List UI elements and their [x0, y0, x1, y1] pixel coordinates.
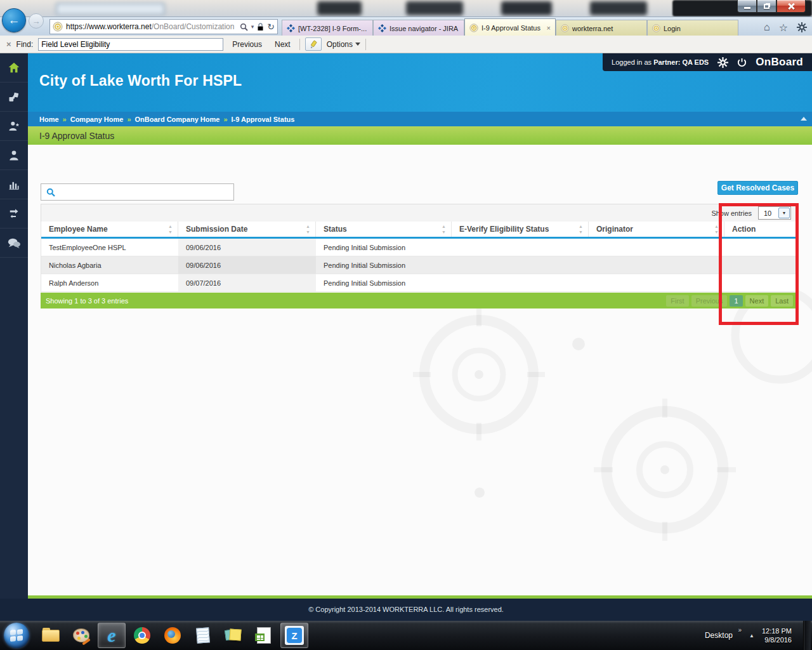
sort-icon[interactable]: ▲▼ — [442, 223, 446, 235]
column-header-submission-date[interactable]: Submission Date ▲▼ — [178, 222, 316, 237]
person-star-icon — [8, 120, 20, 133]
clock-time: 12:18 PM — [762, 627, 792, 635]
highlighter-icon — [309, 40, 318, 49]
table-cell: Ralph Anderson — [41, 274, 178, 291]
sidebar-item-employees[interactable] — [0, 141, 28, 170]
tab-workterra-net[interactable]: workterra.net — [556, 20, 647, 36]
refresh-icon[interactable]: ↻ — [267, 22, 275, 32]
sort-icon[interactable]: ▲▼ — [306, 223, 310, 235]
table-cell: Nicholas Agbaria — [41, 256, 178, 274]
background-blob — [317, 1, 362, 15]
taskbar-chrome[interactable] — [128, 623, 156, 648]
tab-i9-approval-status[interactable]: I-9 Approval Status × — [464, 18, 556, 36]
pagination-first-button[interactable]: First — [666, 295, 688, 307]
desktop-toolbar[interactable]: Desktop » — [705, 631, 742, 640]
search-dropdown-icon[interactable]: ▾ — [251, 23, 254, 30]
back-arrow-icon: ← — [8, 13, 20, 27]
jira-favicon — [287, 24, 295, 32]
taskbar-sticky-notes[interactable] — [219, 623, 247, 648]
tab-wt-2328[interactable]: [WT-2328] I-9 Form-... — [282, 20, 373, 36]
overflow-chevron-icon[interactable]: » — [738, 627, 742, 633]
taskbar-firefox[interactable] — [159, 623, 187, 648]
logged-in-text: Logged in as Partner: QA EDS — [612, 58, 709, 66]
pagination-bar: Showing 1 to 3 of 3 entries First Previo… — [41, 293, 798, 308]
tools-gear-icon[interactable] — [797, 22, 807, 32]
find-input[interactable] — [38, 38, 223, 51]
close-icon — [787, 3, 795, 10]
breadcrumb-separator-icon: » — [127, 116, 131, 123]
find-close-icon[interactable]: × — [6, 39, 11, 49]
taskbar-z-app[interactable]: Z — [280, 623, 308, 648]
app-header: City of Lake Worth For HSPL Logged in as… — [28, 53, 812, 112]
home-icon[interactable]: ⌂ — [764, 22, 770, 33]
tab-issue-navigator[interactable]: Issue navigator - JIRA — [373, 20, 464, 36]
table-search-input[interactable] — [59, 186, 233, 199]
taskbar-paint[interactable] — [67, 623, 95, 648]
sort-icon[interactable]: ▲▼ — [579, 223, 583, 235]
table-cell: TestEmployeeOne HSPL — [41, 239, 178, 256]
column-header-originator[interactable]: Originator ▲▼ — [589, 222, 724, 237]
minimize-button[interactable] — [737, 0, 757, 13]
sort-icon[interactable]: ▲▼ — [168, 223, 173, 235]
find-previous-button[interactable]: Previous — [228, 39, 266, 50]
taskbar-internet-explorer[interactable]: e — [98, 623, 126, 648]
tab-label: workterra.net — [572, 25, 642, 32]
sort-icon[interactable]: ▲▼ — [714, 223, 719, 235]
get-resolved-cases-button[interactable]: Get Resolved Cases — [717, 181, 798, 195]
tab-strip: [WT-2328] I-9 Form-... Issue navigator -… — [282, 18, 738, 36]
workterra-favicon — [53, 22, 63, 32]
table-row[interactable]: Ralph Anderson 09/07/2016 Pending Initia… — [41, 274, 797, 292]
table-toolbar: Show entries 10 ▾ — [41, 204, 798, 222]
favorites-star-icon[interactable]: ☆ — [779, 22, 788, 34]
show-desktop-button[interactable] — [803, 621, 811, 650]
onboard-logo: OnBoard — [756, 56, 803, 69]
tab-close-icon[interactable]: × — [546, 24, 551, 32]
highlight-all-button[interactable] — [305, 37, 322, 51]
table-row[interactable]: TestEmployeeOne HSPL 09/06/2016 Pending … — [41, 239, 797, 256]
sidebar-item-reports[interactable] — [0, 170, 28, 199]
start-button[interactable] — [4, 623, 29, 648]
search-icon[interactable] — [240, 23, 248, 31]
taskbar-clock[interactable]: 12:18 PM 9/8/2016 — [762, 627, 796, 644]
table-search-box[interactable] — [41, 183, 234, 201]
breadcrumb-company-home[interactable]: Company Home — [70, 116, 124, 123]
address-bar[interactable]: https://www.workterra.net /OnBoard/Custo… — [49, 19, 278, 34]
sidebar-item-home[interactable] — [0, 53, 28, 83]
home-icon — [7, 61, 21, 75]
find-next-button[interactable]: Next — [271, 39, 294, 50]
sidebar-item-employee-admin[interactable] — [0, 112, 28, 141]
breadcrumb-onboard-company-home[interactable]: OnBoard Company Home — [135, 116, 220, 123]
logout-power-icon[interactable] — [737, 58, 747, 67]
taskbar-file-explorer[interactable] — [37, 623, 65, 648]
taskbar-notepad[interactable] — [189, 623, 217, 648]
back-button[interactable]: ← — [2, 8, 26, 32]
forward-arrow-icon: → — [32, 17, 41, 26]
sidebar-item-modules[interactable] — [0, 83, 28, 112]
sticky-notes-icon — [225, 628, 242, 643]
table-cell — [589, 256, 724, 274]
column-header-employee-name[interactable]: Employee Name ▲▼ — [41, 222, 178, 237]
taskbar-spreadsheet-app[interactable] — [250, 623, 278, 648]
settings-gear-icon[interactable] — [717, 57, 728, 68]
jira-favicon — [378, 24, 386, 32]
sidebar-item-transfers[interactable] — [0, 199, 28, 229]
restore-button[interactable] — [757, 0, 776, 13]
close-button[interactable] — [776, 0, 806, 13]
forward-button[interactable]: → — [29, 13, 44, 29]
find-bar: × Find: Previous Next Options — [0, 36, 812, 53]
onboard-app: City of Lake Worth For HSPL Logged in as… — [0, 53, 812, 621]
notepad-icon — [196, 627, 210, 643]
collapse-chevron-icon[interactable] — [801, 117, 807, 121]
chrome-icon — [134, 627, 150, 644]
puzzle-icon — [8, 91, 20, 103]
tab-login[interactable]: Login — [647, 20, 738, 36]
breadcrumb-home[interactable]: Home — [39, 116, 59, 123]
table-row[interactable]: Nicholas Agbaria 09/06/2016 Pending Init… — [41, 256, 797, 274]
sidebar-item-messages[interactable] — [0, 229, 28, 258]
tray-expand-icon[interactable]: ▲ — [749, 633, 754, 639]
find-options-button[interactable]: Options — [327, 40, 360, 49]
column-header-status[interactable]: Status ▲▼ — [316, 222, 452, 237]
screen: ← → https://www.workterra.net /OnBoard/C… — [0, 0, 812, 650]
separator — [365, 39, 366, 50]
column-header-everify-status[interactable]: E-Verify Eligibility Status ▲▼ — [452, 222, 589, 237]
